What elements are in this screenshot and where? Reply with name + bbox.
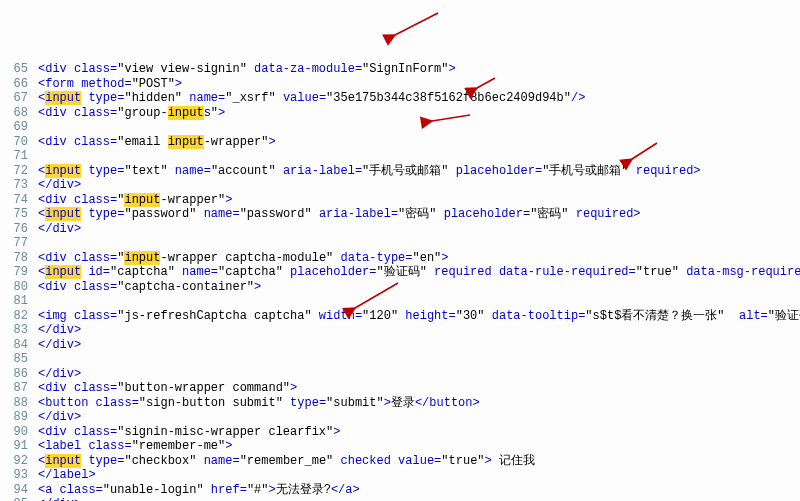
line-number: 65 bbox=[0, 62, 38, 77]
line-number: 87 bbox=[0, 381, 38, 396]
line-number: 84 bbox=[0, 338, 38, 353]
code-line: 80<div class="captcha-container"> bbox=[0, 280, 800, 295]
code-line: 93</label> bbox=[0, 468, 800, 483]
code-line: 89</div> bbox=[0, 410, 800, 425]
code-line: 79<input id="captcha" name="captcha" pla… bbox=[0, 265, 800, 280]
code-content: <div class="group-inputs"> bbox=[38, 106, 225, 121]
code-line: 87<div class="button-wrapper command"> bbox=[0, 381, 800, 396]
code-line: 81 bbox=[0, 294, 800, 309]
code-line: 91<label class="remember-me"> bbox=[0, 439, 800, 454]
code-content: </div> bbox=[38, 323, 81, 338]
line-number: 95 bbox=[0, 497, 38, 501]
code-content: <img class="js-refreshCaptcha captcha" w… bbox=[38, 309, 800, 324]
code-line: 92<input type="checkbox" name="remember_… bbox=[0, 454, 800, 469]
code-line: 72<input type="text" name="account" aria… bbox=[0, 164, 800, 179]
code-content: </div> bbox=[38, 178, 81, 193]
line-number: 81 bbox=[0, 294, 38, 309]
code-line: 70<div class="email input-wrapper"> bbox=[0, 135, 800, 150]
arrow-annotation bbox=[395, 13, 438, 35]
line-number: 91 bbox=[0, 439, 38, 454]
code-content: <div class="input-wrapper captcha-module… bbox=[38, 251, 449, 266]
line-number: 80 bbox=[0, 280, 38, 295]
line-number: 79 bbox=[0, 265, 38, 280]
code-line: 75<input type="password" name="password"… bbox=[0, 207, 800, 222]
code-line: 88<button class="sign-button submit" typ… bbox=[0, 396, 800, 411]
code-line: 84</div> bbox=[0, 338, 800, 353]
line-number: 93 bbox=[0, 468, 38, 483]
code-content: <input type="password" name="password" a… bbox=[38, 207, 641, 222]
code-line: 68<div class="group-inputs"> bbox=[0, 106, 800, 121]
code-content: <div class="email input-wrapper"> bbox=[38, 135, 276, 150]
code-content: </div> bbox=[38, 222, 81, 237]
line-number: 77 bbox=[0, 236, 38, 251]
line-number: 92 bbox=[0, 454, 38, 469]
code-line: 94<a class="unable-login" href="#">无法登录?… bbox=[0, 483, 800, 498]
code-content: <input type="hidden" name="_xsrf" value=… bbox=[38, 91, 585, 106]
code-content: <div class="view view-signin" data-za-mo… bbox=[38, 62, 456, 77]
line-number: 78 bbox=[0, 251, 38, 266]
line-number: 73 bbox=[0, 178, 38, 193]
code-content: <input type="text" name="account" aria-l… bbox=[38, 164, 701, 179]
code-content: <div class="button-wrapper command"> bbox=[38, 381, 297, 396]
code-line: 65<div class="view view-signin" data-za-… bbox=[0, 62, 800, 77]
line-number: 72 bbox=[0, 164, 38, 179]
code-line: 74<div class="input-wrapper"> bbox=[0, 193, 800, 208]
line-number: 85 bbox=[0, 352, 38, 367]
line-number: 76 bbox=[0, 222, 38, 237]
line-number: 74 bbox=[0, 193, 38, 208]
code-content: <input id="captcha" name="captcha" place… bbox=[38, 265, 800, 280]
code-content: <input type="checkbox" name="remember_me… bbox=[38, 454, 535, 469]
code-line: 77 bbox=[0, 236, 800, 251]
line-number: 67 bbox=[0, 91, 38, 106]
code-content: </label> bbox=[38, 468, 96, 483]
code-line: 71 bbox=[0, 149, 800, 164]
code-content: <div class="captcha-container"> bbox=[38, 280, 261, 295]
code-line: 95</div> bbox=[0, 497, 800, 501]
code-listing: 65<div class="view view-signin" data-za-… bbox=[0, 58, 800, 501]
code-content: </div> bbox=[38, 410, 81, 425]
code-line: 78<div class="input-wrapper captcha-modu… bbox=[0, 251, 800, 266]
code-line: 83</div> bbox=[0, 323, 800, 338]
line-number: 70 bbox=[0, 135, 38, 150]
code-line: 73</div> bbox=[0, 178, 800, 193]
line-number: 90 bbox=[0, 425, 38, 440]
code-content: </div> bbox=[38, 367, 81, 382]
code-content: </div> bbox=[38, 497, 81, 501]
code-line: 67<input type="hidden" name="_xsrf" valu… bbox=[0, 91, 800, 106]
line-number: 75 bbox=[0, 207, 38, 222]
code-content: <a class="unable-login" href="#">无法登录?</… bbox=[38, 483, 360, 498]
code-line: 82<img class="js-refreshCaptcha captcha"… bbox=[0, 309, 800, 324]
code-line: 85 bbox=[0, 352, 800, 367]
line-number: 94 bbox=[0, 483, 38, 498]
code-content: <div class="signin-misc-wrapper clearfix… bbox=[38, 425, 340, 440]
line-number: 71 bbox=[0, 149, 38, 164]
code-content: </div> bbox=[38, 338, 81, 353]
code-content: <div class="input-wrapper"> bbox=[38, 193, 232, 208]
code-line: 76</div> bbox=[0, 222, 800, 237]
line-number: 69 bbox=[0, 120, 38, 135]
line-number: 86 bbox=[0, 367, 38, 382]
code-line: 86</div> bbox=[0, 367, 800, 382]
line-number: 88 bbox=[0, 396, 38, 411]
code-line: 69 bbox=[0, 120, 800, 135]
code-line: 66<form method="POST"> bbox=[0, 77, 800, 92]
code-content: <button class="sign-button submit" type=… bbox=[38, 396, 480, 411]
line-number: 82 bbox=[0, 309, 38, 324]
line-number: 89 bbox=[0, 410, 38, 425]
line-number: 83 bbox=[0, 323, 38, 338]
code-content: <form method="POST"> bbox=[38, 77, 182, 92]
code-line: 90<div class="signin-misc-wrapper clearf… bbox=[0, 425, 800, 440]
line-number: 66 bbox=[0, 77, 38, 92]
line-number: 68 bbox=[0, 106, 38, 121]
code-content: <label class="remember-me"> bbox=[38, 439, 232, 454]
